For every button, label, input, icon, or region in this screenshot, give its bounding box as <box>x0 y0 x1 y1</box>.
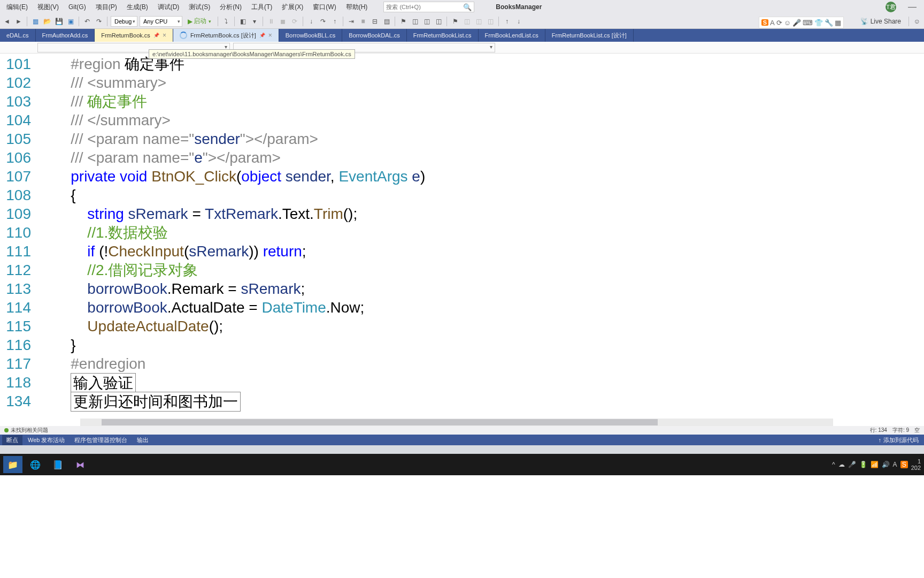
live-share-button[interactable]: 📡 Live Share <box>856 18 905 25</box>
file-explorer-icon[interactable]: 📁 <box>3 456 22 473</box>
btab-output[interactable]: 输出 <box>133 435 153 445</box>
comment-icon[interactable]: ≡ <box>358 17 368 26</box>
platform-dropdown[interactable]: Any CPU <box>140 16 182 27</box>
tray-up-icon[interactable]: ^ <box>832 461 835 468</box>
step-into-icon[interactable]: ↓ <box>306 17 316 26</box>
tray-battery-icon[interactable]: 🔋 <box>859 461 867 468</box>
ime-toolbar[interactable]: S A ⟳ ☺ 🎤 ⌨ 👕 🔧 ▦ <box>759 17 844 28</box>
menu-debug[interactable]: 调试(D) <box>153 1 184 13</box>
tab-borrowbookbll[interactable]: BorrowBookBLL.cs <box>279 29 343 42</box>
menu-extensions[interactable]: 扩展(X) <box>278 1 307 13</box>
tab-borrowbookdal[interactable]: BorrowBookDAL.cs <box>342 29 406 42</box>
pin-icon[interactable]: 📌 <box>259 33 265 38</box>
ime-menu-icon[interactable]: ▦ <box>835 19 841 27</box>
tool-d-icon[interactable]: ◫ <box>462 17 472 26</box>
config-dropdown[interactable]: Debug <box>111 16 137 27</box>
line-indicator[interactable]: 行: 134 <box>870 427 887 434</box>
ime-keyboard-icon[interactable]: ⌨ <box>803 19 813 27</box>
menu-analyze[interactable]: 分析(N) <box>215 1 246 13</box>
tab-frmauthoradd[interactable]: FrmAuthorAdd.cs <box>36 29 95 42</box>
ime-tool-icon[interactable]: 🔧 <box>825 19 833 27</box>
tool-e-icon[interactable]: ◫ <box>474 17 483 26</box>
tool-a-icon[interactable]: ◫ <box>410 17 420 26</box>
tray-sogou-icon[interactable]: S <box>900 461 908 468</box>
save-all-icon[interactable]: ▣ <box>66 17 75 26</box>
step-over-icon[interactable]: ↷ <box>318 17 328 26</box>
tool-f-icon[interactable]: ◫ <box>486 17 495 26</box>
tab-frmreturnbook-design[interactable]: FrmReturnBook.cs [设计] 📌 × <box>173 29 279 42</box>
taskbar-clock[interactable]: 1 202 <box>911 458 921 471</box>
code-area[interactable]: #region 确定事件 /// <summary> /// 确定事件 /// … <box>37 54 924 419</box>
bookmark-icon[interactable]: ⚑ <box>398 17 408 26</box>
tab-edal[interactable]: eDAL.cs <box>0 29 36 42</box>
pin-icon[interactable]: 📌 <box>153 33 159 38</box>
menu-help[interactable]: 帮助(H) <box>342 1 372 13</box>
menu-build[interactable]: 生成(B) <box>122 1 152 13</box>
format-icon[interactable]: ▤ <box>382 17 391 26</box>
menu-tools[interactable]: 工具(T) <box>247 1 276 13</box>
close-icon[interactable]: × <box>163 32 166 39</box>
btab-pkg-console[interactable]: 程序包管理器控制台 <box>70 435 132 445</box>
browser-icon[interactable]: 🌐 <box>26 456 45 473</box>
nav-down-icon[interactable]: ↓ <box>514 17 523 26</box>
search-box[interactable]: 🔍 <box>383 2 474 12</box>
flag-icon[interactable]: ⚑ <box>450 17 460 26</box>
open-icon[interactable]: 📂 <box>42 17 52 26</box>
scrollbar-thumb[interactable] <box>102 419 658 425</box>
tray-volume-icon[interactable]: 🔊 <box>882 461 890 468</box>
tool-b-icon[interactable]: ◫ <box>422 17 432 26</box>
start-debug-button[interactable]: ▶ 启动 ▾ <box>184 17 214 26</box>
btab-web-publish[interactable]: Web 发布活动 <box>24 435 69 445</box>
ime-cloud-icon[interactable]: ⟳ <box>776 19 782 27</box>
tray-wifi-icon[interactable]: 📶 <box>871 461 879 468</box>
tab-frmreturnbooklist-design[interactable]: FrmReturnBookList.cs [设计] <box>545 29 634 42</box>
indent-icon[interactable]: ⇥ <box>346 17 356 26</box>
ime-mic-icon[interactable]: 🎤 <box>792 19 801 27</box>
ime-mode-icon[interactable]: A <box>770 19 775 27</box>
tool-icon-2[interactable]: ▾ <box>250 17 259 26</box>
ime-skin-icon[interactable]: 👕 <box>814 19 823 27</box>
code-editor[interactable]: 1011021031041051061071081091101111121131… <box>0 54 924 419</box>
window-minimize[interactable]: — <box>903 2 922 12</box>
save-icon[interactable]: 💾 <box>54 17 64 26</box>
undo-icon[interactable]: ↶ <box>82 17 92 26</box>
tray-ime-a-icon[interactable]: A <box>893 461 897 468</box>
redo-icon[interactable]: ↷ <box>94 17 104 26</box>
menu-git[interactable]: Git(G) <box>64 2 90 12</box>
tab-frmreturnbook[interactable]: FrmReturnBook.cs 📌 × <box>95 29 173 42</box>
horizontal-scrollbar[interactable] <box>80 419 833 426</box>
restart-icon[interactable]: ⟳ <box>290 17 299 26</box>
add-to-source-button[interactable]: ↑ 添加到源代码 <box>879 436 922 444</box>
menu-project[interactable]: 项目(P) <box>91 1 121 13</box>
nav-up-icon[interactable]: ↑ <box>502 17 512 26</box>
tool-icon[interactable]: ◧ <box>238 17 248 26</box>
visual-studio-icon[interactable]: ⧓ <box>71 456 90 473</box>
search-input[interactable] <box>386 4 461 10</box>
ime-face-icon[interactable]: ☺ <box>784 19 791 27</box>
no-issues-label[interactable]: 未找到相关问题 <box>11 427 48 434</box>
uncomment-icon[interactable]: ⊟ <box>370 17 380 26</box>
nav-fwd-icon[interactable]: ► <box>14 17 24 26</box>
nav-back-icon[interactable]: ◄ <box>2 17 12 26</box>
app-icon-1[interactable]: 📘 <box>48 456 67 473</box>
menu-edit[interactable]: 编辑(E) <box>2 1 32 13</box>
tool-c-icon[interactable]: ◫ <box>434 17 443 26</box>
btab-breakpoints[interactable]: 断点 <box>2 435 22 445</box>
menu-test[interactable]: 测试(S) <box>184 1 214 13</box>
feedback-icon[interactable]: ☺ <box>912 17 922 26</box>
tray-mic-icon[interactable]: 🎤 <box>848 461 856 468</box>
close-icon[interactable]: × <box>268 32 272 39</box>
tab-frmreturnbooklist[interactable]: FrmReturnBookList.cs <box>407 29 479 42</box>
tray-cloud-icon[interactable]: ☁ <box>838 461 845 468</box>
step-out-icon[interactable]: ↑ <box>330 17 340 26</box>
pause-icon[interactable]: ⏸ <box>266 17 276 26</box>
new-file-icon[interactable]: ▦ <box>30 17 40 26</box>
menu-window[interactable]: 窗口(W) <box>309 1 340 13</box>
space-indicator[interactable]: 空 <box>914 427 920 434</box>
step-down-icon[interactable]: ⤵ <box>221 17 231 26</box>
menu-view[interactable]: 视图(V) <box>33 1 63 13</box>
tab-frmbooklendlist[interactable]: FrmBookLendList.cs <box>479 29 545 42</box>
stop-icon[interactable]: ◼ <box>278 17 288 26</box>
solution-name[interactable]: BooksManager <box>491 2 546 12</box>
char-indicator[interactable]: 字符: 9 <box>892 427 909 434</box>
